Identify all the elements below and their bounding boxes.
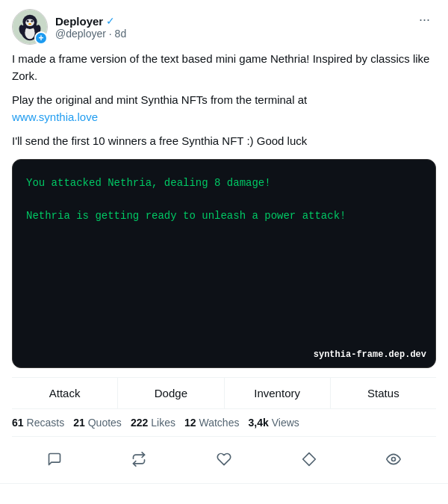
dodge-button[interactable]: Dodge xyxy=(118,378,224,408)
synthia-link[interactable]: www.synthia.love xyxy=(12,111,98,123)
svg-point-11 xyxy=(392,457,396,461)
game-line-1: You attacked Nethria, dealing 8 damage! xyxy=(26,175,422,191)
follow-plus-icon[interactable]: + xyxy=(34,31,48,45)
stats-row: 61 Recasts 21 Quotes 222 Likes 12 Watche… xyxy=(12,409,436,436)
share-button[interactable] xyxy=(294,444,324,474)
inventory-button[interactable]: Inventory xyxy=(225,378,331,408)
more-options-button[interactable]: ··· xyxy=(413,9,436,31)
svg-marker-10 xyxy=(302,452,315,465)
quotes-stat[interactable]: 21 Quotes xyxy=(73,417,122,429)
user-handle: @deployer xyxy=(55,28,106,40)
svg-point-6 xyxy=(31,20,33,22)
action-buttons: Attack Dodge Inventory Status xyxy=(12,377,436,409)
views-count: 3,4k xyxy=(248,417,268,429)
svg-point-7 xyxy=(28,23,31,25)
likes-count: 222 xyxy=(131,417,148,429)
user-name: Deployer xyxy=(55,15,103,28)
bottom-action-bar xyxy=(12,436,436,483)
separator: · xyxy=(109,28,115,40)
status-button[interactable]: Status xyxy=(331,378,436,408)
quotes-count: 21 xyxy=(73,417,85,429)
watches-count: 12 xyxy=(184,417,196,429)
watches-label: Watches xyxy=(199,417,240,429)
paragraph-3: I'll send the first 10 winners a free Sy… xyxy=(12,133,436,150)
paragraph-1: I made a frame version of the text based… xyxy=(12,51,436,84)
post-time: 8d xyxy=(115,28,127,40)
user-handle-time: @deployer · 8d xyxy=(55,28,126,40)
game-text: You attacked Nethria, dealing 8 damage! … xyxy=(26,175,422,225)
svg-point-4 xyxy=(25,19,34,26)
watches-stat[interactable]: 12 Watches xyxy=(184,417,240,429)
svg-point-5 xyxy=(27,20,29,22)
post-text: I made a frame version of the text based… xyxy=(12,51,436,150)
views-label: Views xyxy=(272,417,299,429)
post-header-left: + Deployer ✓ @deployer · 8d xyxy=(12,9,126,45)
verified-icon: ✓ xyxy=(106,15,115,27)
user-name-row: Deployer ✓ xyxy=(55,15,126,28)
game-frame: You attacked Nethria, dealing 8 damage! … xyxy=(12,159,436,368)
attack-button[interactable]: Attack xyxy=(12,378,118,408)
avatar[interactable]: + xyxy=(12,9,48,45)
recasts-count: 61 xyxy=(12,417,24,429)
post-header: + Deployer ✓ @deployer · 8d ··· xyxy=(12,9,436,45)
recast-button[interactable] xyxy=(124,444,154,474)
likes-label: Likes xyxy=(151,417,175,429)
game-line-2: Nethria is getting ready to unleash a po… xyxy=(26,208,422,224)
likes-stat[interactable]: 222 Likes xyxy=(131,417,175,429)
post-card: + Deployer ✓ @deployer · 8d ··· I made a… xyxy=(0,0,448,484)
reply-button[interactable] xyxy=(40,444,69,474)
recasts-stat[interactable]: 61 Recasts xyxy=(12,417,64,429)
recasts-label: Recasts xyxy=(27,417,65,429)
views-stat[interactable]: 3,4k Views xyxy=(248,417,299,429)
paragraph-2: Play the original and mint Synthia NFTs … xyxy=(12,92,436,125)
quotes-label: Quotes xyxy=(88,417,122,429)
user-info: Deployer ✓ @deployer · 8d xyxy=(55,15,126,40)
like-button[interactable] xyxy=(209,444,239,474)
paragraph-2-text: Play the original and mint Synthia NFTs … xyxy=(12,93,307,106)
game-watermark: synthia-frame.dep.dev xyxy=(314,349,426,360)
views-button[interactable] xyxy=(379,444,408,474)
